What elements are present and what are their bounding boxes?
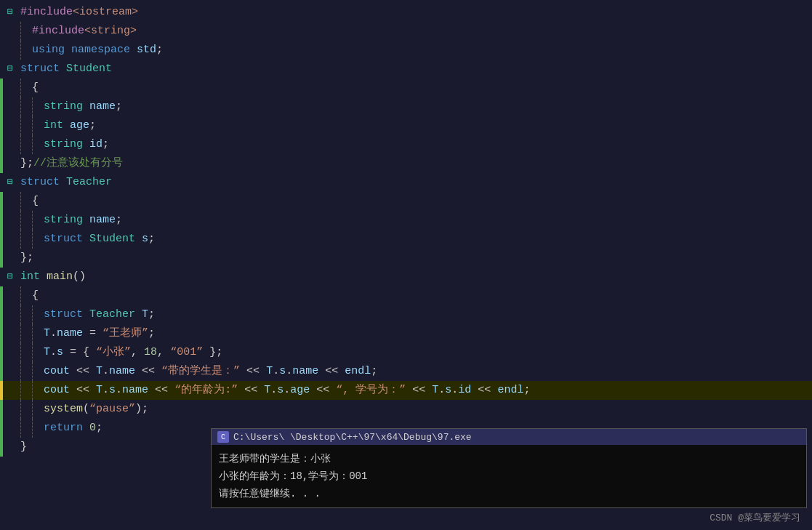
code-line: struct Student s; — [0, 230, 812, 249]
token: << — [148, 384, 174, 396]
line-content: #include<iostream> — [17, 3, 812, 22]
code-line: system(“pause”); — [0, 400, 812, 419]
code-line: T.s = { “小张”, 18, “001” }; — [0, 343, 812, 362]
code-line: { — [0, 192, 812, 211]
line-bar — [0, 22, 3, 41]
token: Teacher — [66, 176, 112, 188]
token: . — [50, 346, 57, 358]
token: << — [238, 384, 264, 396]
line-content: int age; — [17, 116, 812, 135]
line-content: string id; — [17, 135, 812, 154]
token: <iostream> — [73, 6, 138, 18]
line-bar — [0, 249, 3, 268]
indent-guide — [32, 305, 44, 324]
token: age — [70, 119, 89, 132]
line-bar — [0, 154, 3, 173]
token: s — [277, 384, 284, 396]
token: “001” — [170, 346, 203, 358]
gutter-collapse[interactable]: ⊟ — [3, 173, 17, 192]
token: { — [32, 195, 39, 207]
token — [83, 233, 89, 245]
token: “的年龄为:” — [174, 384, 238, 396]
indent-guide — [32, 116, 44, 135]
code-line: using namespace std; — [0, 41, 812, 60]
code-line: cout << T.name << “带的学生是：” << T.s.name <… — [0, 362, 812, 381]
token: system — [44, 403, 83, 415]
line-content: T.name = “王老师”; — [17, 324, 812, 343]
token: << — [70, 365, 96, 377]
token: struct — [44, 308, 83, 321]
token: main — [47, 270, 73, 283]
indent-guide — [32, 381, 44, 400]
token: endl — [345, 365, 371, 377]
token: name — [122, 384, 148, 396]
token: #include — [20, 6, 73, 18]
terminal-icon: C — [217, 431, 229, 443]
token: Student — [66, 63, 112, 75]
token: ); — [135, 403, 148, 415]
token: }; — [20, 157, 33, 169]
token: } — [20, 441, 27, 453]
line-content: #include<string> — [17, 22, 812, 41]
token: T — [96, 365, 102, 377]
indent-guide — [20, 286, 32, 305]
indent-guide — [32, 324, 44, 343]
token: << — [310, 384, 336, 396]
token: “pause” — [89, 403, 135, 415]
token: s — [109, 384, 116, 396]
line-bar — [0, 324, 3, 343]
code-line: string name; — [0, 211, 812, 230]
token: T — [96, 384, 102, 396]
code-line: { — [0, 79, 812, 97]
token: << — [471, 384, 497, 396]
token: }; — [20, 252, 33, 264]
token: string — [44, 138, 83, 150]
code-line: string id; — [0, 135, 812, 154]
gutter-collapse[interactable]: ⊟ — [3, 3, 17, 22]
token: s — [445, 384, 451, 396]
line-bar — [0, 211, 3, 230]
token — [83, 214, 89, 226]
code-lines: ⊟#include<iostream> #include<string> usi… — [0, 0, 812, 459]
indent-guide — [20, 230, 32, 249]
indent-guide — [32, 400, 44, 419]
token: . — [438, 384, 445, 396]
token: ; — [148, 327, 155, 340]
token: . — [284, 384, 290, 396]
indent-guide — [20, 362, 32, 381]
indent-guide — [32, 230, 44, 249]
line-bar — [0, 192, 3, 211]
token: . — [273, 365, 279, 377]
indent-guide — [20, 135, 32, 154]
token: id — [458, 384, 471, 396]
code-line: T.name = “王老师”; — [0, 324, 812, 343]
token: () — [73, 270, 86, 283]
token — [40, 270, 47, 283]
token: ; — [148, 233, 155, 245]
token: “王老师” — [102, 327, 148, 340]
token: ; — [148, 308, 155, 321]
token: << — [240, 365, 266, 377]
line-content: system(“pause”); — [17, 400, 812, 419]
token: ; — [102, 138, 109, 150]
token: endl — [497, 384, 523, 396]
indent-guide — [20, 305, 32, 324]
code-line: ⊟int main() — [0, 268, 812, 286]
token: T — [432, 384, 438, 396]
indent-guide — [20, 22, 32, 41]
code-line: };//注意该处有分号 — [0, 154, 812, 173]
token: . — [270, 384, 277, 396]
token: T — [264, 384, 270, 396]
token — [83, 422, 89, 434]
gutter-collapse[interactable]: ⊟ — [3, 60, 17, 79]
token: . — [451, 384, 458, 396]
line-bar — [0, 362, 3, 381]
gutter-collapse[interactable]: ⊟ — [3, 268, 17, 286]
line-content: { — [17, 192, 812, 211]
line-content: string name; — [17, 211, 812, 230]
line-content: struct Student — [17, 60, 812, 79]
token: int — [44, 119, 63, 132]
token: ; — [96, 422, 102, 434]
token: ; — [89, 119, 96, 132]
line-bar — [0, 419, 3, 438]
